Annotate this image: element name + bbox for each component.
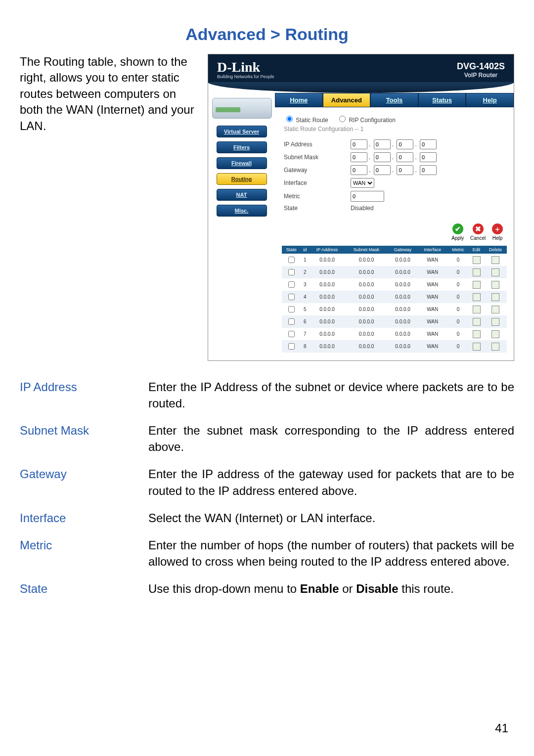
- row-gateway: 0.0.0.0: [388, 254, 418, 266]
- plus-icon: ＋: [492, 223, 503, 234]
- metric-input[interactable]: [351, 191, 384, 202]
- form-subheading: Static Route Configuration -- 1: [284, 126, 505, 133]
- mode-radios: Static Route RIP Configuration: [284, 114, 505, 124]
- tab-advanced[interactable]: Advanced: [323, 93, 371, 107]
- delete-icon[interactable]: [491, 268, 499, 276]
- edit-icon[interactable]: [473, 318, 481, 326]
- tab-home[interactable]: Home: [275, 93, 323, 107]
- row-id: 8: [301, 340, 309, 353]
- row-state-checkbox[interactable]: [288, 281, 295, 288]
- edit-icon[interactable]: [473, 343, 481, 351]
- state-label: State: [284, 205, 351, 212]
- sidebar-item-virtual-server[interactable]: Virtual Server: [217, 126, 267, 137]
- row-interface: WAN: [418, 278, 447, 291]
- delete-icon[interactable]: [491, 256, 499, 264]
- definition-term: Metric: [20, 537, 148, 570]
- page-title: Advanced > Routing: [20, 25, 514, 44]
- row-mask: 0.0.0.0: [345, 266, 388, 278]
- tab-help[interactable]: Help: [466, 93, 514, 107]
- row-state-checkbox[interactable]: [288, 343, 295, 350]
- brand-tagline: Building Networks for People: [217, 74, 274, 79]
- delete-icon[interactable]: [491, 318, 499, 326]
- definition-desc: Enter the IP address of the gateway used…: [148, 466, 514, 498]
- delete-icon[interactable]: [491, 343, 499, 351]
- sidebar-item-misc[interactable]: Misc.: [217, 205, 267, 217]
- row-ip: 0.0.0.0: [309, 266, 345, 278]
- radio-static-route-input[interactable]: [286, 116, 293, 122]
- intro-text: The Routing table, shown to the right, a…: [20, 54, 198, 361]
- table-row: 40.0.0.00.0.0.00.0.0.0WAN0: [282, 291, 507, 303]
- router-header: D-Link Building Networks for People DVG-…: [208, 54, 514, 83]
- table-header: IP Address: [309, 246, 345, 254]
- edit-icon[interactable]: [473, 306, 481, 313]
- help-button[interactable]: ＋ Help: [492, 223, 503, 241]
- sidebar-item-firewall[interactable]: Firewall: [217, 157, 267, 169]
- model-label: DVG-1402S VoIP Router: [457, 61, 505, 79]
- edit-icon[interactable]: [473, 268, 481, 276]
- radio-rip-config-input[interactable]: [339, 116, 346, 122]
- radio-rip-config[interactable]: RIP Configuration: [337, 117, 396, 124]
- table-row: 10.0.0.00.0.0.00.0.0.0WAN0: [282, 254, 507, 266]
- subnet-octet-4[interactable]: [420, 152, 437, 162]
- tab-tools[interactable]: Tools: [370, 93, 418, 107]
- metric-label: Metric: [284, 193, 351, 200]
- ip-octet-4[interactable]: [420, 139, 437, 149]
- subnet-octet-1[interactable]: [351, 152, 367, 162]
- interface-select[interactable]: WAN: [351, 178, 374, 188]
- row-interface: WAN: [418, 315, 447, 328]
- row-state-checkbox[interactable]: [288, 318, 295, 325]
- model-sub: VoIP Router: [457, 72, 505, 79]
- row-interface: WAN: [418, 328, 447, 340]
- table-row: 50.0.0.00.0.0.00.0.0.0WAN0: [282, 303, 507, 315]
- gateway-field: . . .: [351, 165, 437, 175]
- sidebar-item-filters[interactable]: Filters: [217, 141, 267, 153]
- sidebar-item-routing[interactable]: Routing: [217, 173, 267, 185]
- subnet-octet-3[interactable]: [397, 152, 413, 162]
- ip-octet-2[interactable]: [374, 139, 391, 149]
- row-interface: WAN: [418, 291, 447, 303]
- ip-octet-3[interactable]: [397, 139, 413, 149]
- tab-status[interactable]: Status: [418, 93, 466, 107]
- definitions-list: IP AddressEnter the IP Address of the su…: [20, 379, 514, 597]
- gateway-octet-3[interactable]: [397, 165, 413, 175]
- row-metric: 0: [447, 328, 469, 340]
- delete-icon[interactable]: [491, 281, 499, 289]
- delete-icon[interactable]: [491, 293, 499, 301]
- row-state-checkbox[interactable]: [288, 257, 295, 263]
- delete-icon[interactable]: [491, 306, 499, 313]
- edit-icon[interactable]: [473, 256, 481, 264]
- edit-icon[interactable]: [473, 281, 481, 289]
- row-metric: 0: [447, 315, 469, 328]
- table-header: id: [301, 246, 309, 254]
- delete-icon[interactable]: [491, 330, 499, 338]
- brand-logo: D-Link: [217, 60, 274, 74]
- table-header: Metric: [447, 246, 469, 254]
- row-state-checkbox[interactable]: [288, 306, 295, 312]
- row-ip: 0.0.0.0: [309, 303, 345, 315]
- table-header: Gateway: [388, 246, 418, 254]
- row-state-checkbox[interactable]: [288, 294, 295, 300]
- row-state-checkbox[interactable]: [288, 269, 295, 275]
- close-icon: ✖: [473, 223, 484, 234]
- edit-icon[interactable]: [473, 330, 481, 338]
- definition-row: Subnet MaskEnter the subnet mask corresp…: [20, 422, 514, 455]
- edit-icon[interactable]: [473, 293, 481, 301]
- definition-row: MetricEnter the number of hops (the numb…: [20, 537, 514, 570]
- sidebar-item-nat[interactable]: NAT: [217, 189, 267, 201]
- row-state-checkbox[interactable]: [288, 331, 295, 337]
- row-metric: 0: [447, 291, 469, 303]
- gateway-octet-1[interactable]: [351, 165, 367, 175]
- definition-term: IP Address: [20, 379, 148, 411]
- subnet-octet-2[interactable]: [374, 152, 391, 162]
- row-gateway: 0.0.0.0: [388, 340, 418, 353]
- radio-static-route[interactable]: Static Route: [284, 117, 328, 124]
- row-ip: 0.0.0.0: [309, 315, 345, 328]
- gateway-octet-2[interactable]: [374, 165, 391, 175]
- routes-table: StateidIP AddressSubnet MaskGatewayInter…: [282, 246, 507, 353]
- subnet-mask-label: Subnet Mask: [284, 154, 351, 161]
- interface-label: Interface: [284, 179, 351, 186]
- cancel-button[interactable]: ✖ Cancel: [470, 223, 486, 241]
- ip-octet-1[interactable]: [351, 139, 367, 149]
- gateway-octet-4[interactable]: [420, 165, 437, 175]
- apply-button[interactable]: ✔ Apply: [451, 223, 464, 241]
